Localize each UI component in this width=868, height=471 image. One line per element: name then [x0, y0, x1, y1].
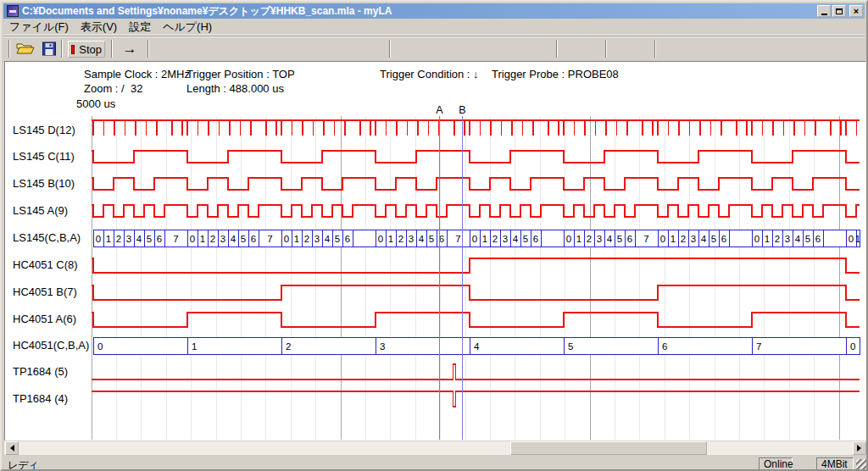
- window-title: C:¥Documents and Settings¥noname¥デスクトップ¥…: [22, 4, 814, 19]
- maximize-icon: [836, 8, 843, 14]
- toolbar-separator: [61, 40, 63, 58]
- status-online-badge: Online: [759, 457, 793, 470]
- menu-view[interactable]: 表示(V): [75, 18, 123, 36]
- app-window: C:¥Documents and Settings¥noname¥デスクトップ¥…: [0, 0, 868, 471]
- online-label: Online: [764, 458, 793, 470]
- hscroll-thumb[interactable]: [510, 441, 707, 455]
- zoom-info: Zoom : / 32: [84, 82, 142, 95]
- app-icon: [7, 5, 19, 17]
- horizontal-scrollbar[interactable]: [4, 441, 867, 455]
- run-arrow-button[interactable]: →: [115, 39, 144, 58]
- minimize-button[interactable]: [817, 5, 831, 17]
- close-button[interactable]: ×: [849, 5, 863, 17]
- toolbar-separator: [389, 40, 391, 58]
- sample-clock-info: Sample Clock : 2MHz: [84, 68, 190, 80]
- waveform-client-area: [4, 61, 866, 441]
- toolbar-separator: [556, 40, 558, 58]
- status-memory-badge: 4MBit: [816, 457, 854, 470]
- status-ready-text: レディ: [8, 458, 39, 471]
- menu-file[interactable]: ファイル(F): [3, 18, 75, 36]
- scroll-right-button[interactable]: [853, 441, 866, 455]
- toolbar-separator: [111, 40, 113, 58]
- toolbar-separator: [654, 40, 656, 58]
- trigger-probe-info: Trigger Probe : PROBE08: [492, 68, 619, 80]
- toolbar: Stop → 100MHz TOP ↑ PROBE00 − + AB ←A: [3, 36, 865, 60]
- memory-label: 4MBit: [821, 458, 848, 470]
- scroll-left-button[interactable]: [5, 441, 19, 455]
- menu-settings[interactable]: 設定: [123, 18, 157, 36]
- menu-bar: ファイル(F) 表示(V) 設定 ヘルプ(H): [3, 19, 865, 36]
- stop-icon: [71, 45, 75, 54]
- save-icon[interactable]: [42, 42, 57, 56]
- minimize-icon: [821, 14, 827, 15]
- title-bar: C:¥Documents and Settings¥noname¥デスクトップ¥…: [3, 3, 865, 19]
- toolbar-separator: [147, 40, 149, 58]
- open-file-icon[interactable]: [16, 42, 35, 56]
- toolbar-gripper: [8, 40, 10, 58]
- stop-button[interactable]: Stop: [68, 41, 105, 58]
- menu-help[interactable]: ヘルプ(H): [157, 18, 218, 36]
- scroll-left-icon: [7, 445, 14, 452]
- stop-label: Stop: [79, 43, 102, 56]
- time-scale-label: 5000 us: [76, 97, 115, 110]
- length-info: Length : 488.000 us: [186, 82, 284, 95]
- scroll-right-icon: [857, 445, 865, 452]
- resize-grip[interactable]: [856, 459, 867, 470]
- close-icon: ×: [854, 7, 859, 16]
- trigger-position-info: Trigger Position : TOP: [186, 68, 295, 80]
- toolbar-separator: [605, 40, 607, 58]
- status-bar: レディ Online 4MBit: [4, 457, 867, 471]
- maximize-button[interactable]: [832, 5, 846, 17]
- trigger-condition-info: Trigger Condition : ↓: [380, 68, 479, 80]
